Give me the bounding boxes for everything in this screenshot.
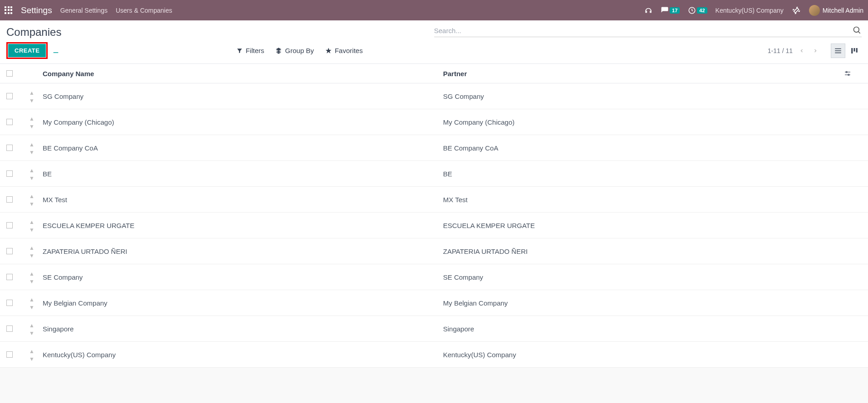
export-icon[interactable]: [52, 47, 59, 54]
view-kanban-button[interactable]: [847, 44, 862, 58]
cell-company-name: MX Test: [43, 196, 443, 204]
cell-partner: ESCUELA KEMPER URGATE: [443, 222, 844, 229]
filters-button[interactable]: Filters: [236, 47, 264, 54]
row-checkbox[interactable]: [6, 119, 13, 125]
debug-icon[interactable]: [792, 6, 801, 15]
svg-point-12: [848, 74, 849, 76]
cell-company-name: ESCUELA KEMPER URGATE: [43, 222, 443, 229]
cell-partner: SG Company: [443, 92, 844, 100]
drag-handle-icon[interactable]: ▲▼: [29, 271, 34, 285]
cell-partner: Singapore: [443, 325, 844, 333]
table-row[interactable]: ▲▼ SE Company SE Company: [0, 264, 868, 290]
row-checkbox[interactable]: [6, 300, 13, 306]
cell-partner: Kentucky(US) Company: [443, 351, 844, 359]
drag-handle-icon[interactable]: ▲▼: [29, 116, 34, 130]
drag-handle-icon[interactable]: ▲▼: [29, 348, 34, 362]
svg-rect-3: [835, 48, 841, 49]
table-row[interactable]: ▲▼ My Company (Chicago) My Company (Chic…: [0, 109, 868, 135]
table-row[interactable]: ▲▼ ESCUELA KEMPER URGATE ESCUELA KEMPER …: [0, 213, 868, 238]
create-highlight: CREATE: [6, 42, 48, 59]
breadcrumb-bar: Companies: [0, 20, 868, 39]
svg-rect-7: [854, 48, 855, 52]
create-button[interactable]: CREATE: [8, 44, 46, 57]
cell-partner: BE: [443, 170, 844, 178]
user-menu[interactable]: Mitchell Admin: [809, 5, 863, 16]
table-header: Company Name Partner: [0, 64, 868, 83]
groupby-label: Group By: [285, 47, 314, 54]
svg-rect-6: [851, 48, 853, 53]
drag-handle-icon[interactable]: ▲▼: [29, 219, 34, 233]
search-icon[interactable]: [853, 26, 862, 35]
drag-handle-icon[interactable]: ▲▼: [29, 245, 34, 259]
header-partner[interactable]: Partner: [443, 70, 844, 78]
filters-label: Filters: [245, 47, 264, 54]
table-row[interactable]: ▲▼ BE Company CoA BE Company CoA: [0, 135, 868, 161]
pager-prev[interactable]: [797, 48, 806, 53]
table-row[interactable]: ▲▼ My Belgian Company My Belgian Company: [0, 290, 868, 316]
table-row[interactable]: ▲▼ ZAPATERIA URTADO ÑERI ZAPATERIA URTAD…: [0, 238, 868, 264]
navbar: Settings General Settings Users & Compan…: [0, 0, 868, 20]
search-input[interactable]: [434, 27, 853, 34]
drag-handle-icon[interactable]: ▲▼: [29, 90, 34, 104]
companies-table: Company Name Partner ▲▼ SG Company SG Co…: [0, 64, 868, 368]
select-all-checkbox[interactable]: [6, 70, 13, 77]
cell-company-name: My Belgian Company: [43, 299, 443, 307]
messages-badge: 17: [670, 7, 680, 14]
row-checkbox[interactable]: [6, 222, 13, 228]
view-list-button[interactable]: [831, 44, 845, 58]
cell-company-name: SE Company: [43, 273, 443, 281]
pager-counter[interactable]: 1-11 / 11: [768, 47, 793, 54]
row-checkbox[interactable]: [6, 196, 13, 203]
row-checkbox[interactable]: [6, 274, 13, 280]
activities-icon[interactable]: 42: [688, 6, 707, 15]
cell-company-name: Kentucky(US) Company: [43, 351, 443, 359]
cell-company-name: ZAPATERIA URTADO ÑERI: [43, 248, 443, 255]
cell-partner: My Belgian Company: [443, 299, 844, 307]
menu-general-settings[interactable]: General Settings: [60, 7, 108, 14]
row-checkbox[interactable]: [6, 248, 13, 254]
header-company-name[interactable]: Company Name: [43, 70, 443, 78]
favorites-label: Favorites: [335, 47, 363, 54]
table-row[interactable]: ▲▼ MX Test MX Test: [0, 187, 868, 213]
favorites-button[interactable]: Favorites: [325, 47, 363, 54]
row-checkbox[interactable]: [6, 93, 13, 99]
app-title: Settings: [21, 5, 52, 15]
cell-partner: BE Company CoA: [443, 144, 844, 152]
table-row[interactable]: ▲▼ BE BE: [0, 161, 868, 187]
pager-next[interactable]: [811, 48, 820, 53]
svg-rect-5: [835, 52, 841, 53]
company-switcher[interactable]: Kentucky(US) Company: [716, 7, 784, 14]
menu-users-companies[interactable]: Users & Companies: [116, 7, 172, 14]
cell-company-name: Singapore: [43, 325, 443, 333]
messages-icon[interactable]: 17: [661, 6, 680, 15]
groupby-button[interactable]: Group By: [275, 47, 314, 54]
table-row[interactable]: ▲▼ SG Company SG Company: [0, 83, 868, 109]
cell-partner: My Company (Chicago): [443, 118, 844, 126]
drag-handle-icon[interactable]: ▲▼: [29, 141, 34, 155]
table-row[interactable]: ▲▼ Singapore Singapore: [0, 316, 868, 342]
cell-company-name: BE Company CoA: [43, 144, 443, 152]
row-checkbox[interactable]: [6, 145, 13, 151]
cell-partner: ZAPATERIA URTADO ÑERI: [443, 248, 844, 255]
row-checkbox[interactable]: [6, 170, 13, 177]
avatar: [809, 5, 820, 16]
drag-handle-icon[interactable]: ▲▼: [29, 322, 34, 336]
svg-point-11: [846, 72, 847, 73]
user-name: Mitchell Admin: [823, 7, 863, 14]
cell-company-name: My Company (Chicago): [43, 118, 443, 126]
search-area: [434, 26, 862, 37]
drag-handle-icon[interactable]: ▲▼: [29, 167, 34, 181]
drag-handle-icon[interactable]: ▲▼: [29, 193, 34, 207]
optional-columns-icon[interactable]: [843, 69, 862, 78]
svg-rect-8: [856, 48, 858, 53]
cell-partner: MX Test: [443, 196, 844, 204]
support-icon[interactable]: [644, 6, 652, 15]
apps-icon[interactable]: [5, 6, 13, 15]
activities-badge: 42: [697, 7, 707, 14]
table-row[interactable]: ▲▼ Kentucky(US) Company Kentucky(US) Com…: [0, 342, 868, 368]
drag-handle-icon[interactable]: ▲▼: [29, 296, 34, 311]
cell-company-name: BE: [43, 170, 443, 178]
cell-company-name: SG Company: [43, 92, 443, 100]
row-checkbox[interactable]: [6, 351, 13, 358]
row-checkbox[interactable]: [6, 325, 13, 332]
